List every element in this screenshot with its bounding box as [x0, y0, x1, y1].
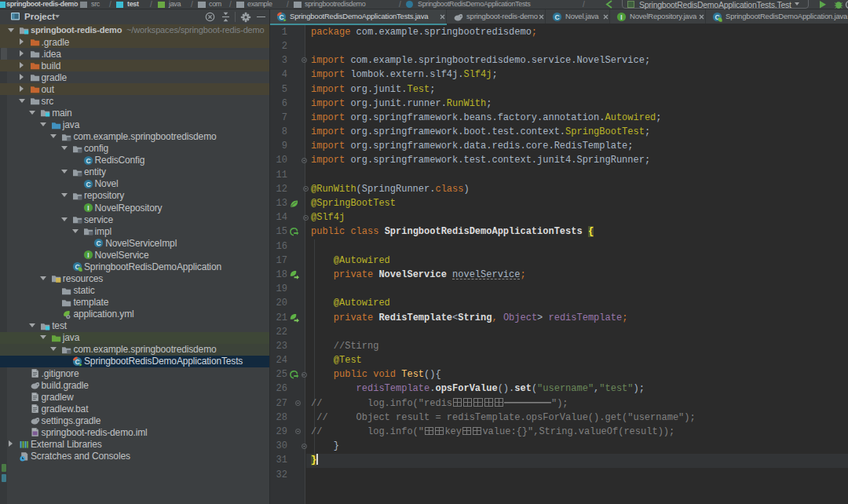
svg-text:C: C [97, 239, 101, 247]
svg-text:I: I [87, 204, 89, 212]
svg-text:C: C [86, 156, 90, 164]
svg-text:I: I [620, 13, 622, 20]
svg-text:C: C [554, 13, 559, 20]
svg-text:C: C [86, 181, 90, 188]
svg-text:I: I [87, 251, 89, 259]
